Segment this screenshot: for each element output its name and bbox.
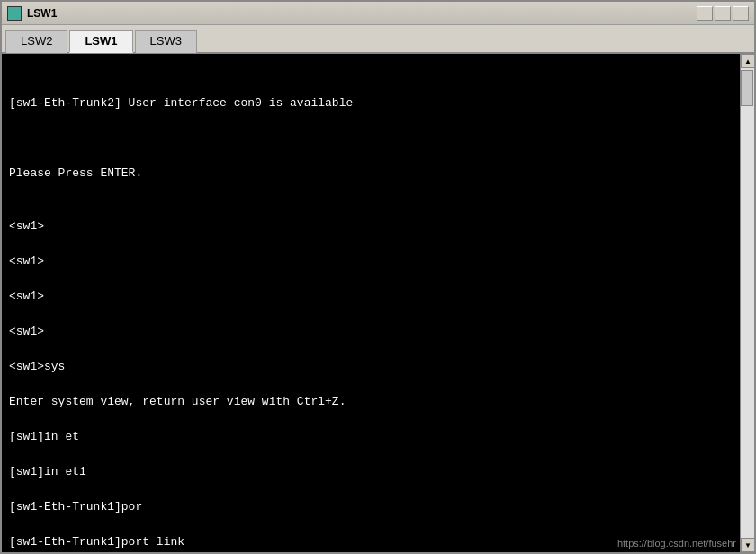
scrollbar-track — [741, 68, 754, 538]
scroll-up-button[interactable]: ▲ — [741, 54, 754, 68]
scrollbar: ▲ ▼ — [740, 54, 754, 552]
maximize-button[interactable] — [715, 6, 731, 21]
tab-lsw3[interactable]: LSW3 — [135, 30, 197, 53]
window-title: LSW1 — [27, 7, 697, 20]
tab-lsw2[interactable]: LSW2 — [5, 30, 68, 53]
terminal-wrapper: [sw1-Eth-Trunk2] User interface con0 is … — [2, 54, 754, 552]
main-window: LSW1 LSW2 LSW1 LSW3 [sw1-Eth-Trunk2] Use… — [0, 0, 756, 554]
scroll-down-button[interactable]: ▼ — [741, 538, 754, 552]
close-button[interactable] — [733, 6, 749, 21]
window-controls — [697, 6, 749, 21]
window-icon — [7, 6, 22, 21]
watermark: https://blog.csdn.net/fusehr — [617, 538, 736, 549]
tabs-row: LSW2 LSW1 LSW3 — [2, 25, 754, 54]
scrollbar-thumb[interactable] — [741, 70, 753, 106]
minimize-button[interactable] — [697, 6, 713, 21]
terminal-output[interactable]: [sw1-Eth-Trunk2] User interface con0 is … — [2, 54, 740, 552]
tab-lsw1[interactable]: LSW1 — [69, 30, 132, 53]
title-bar: LSW1 — [2, 2, 754, 25]
